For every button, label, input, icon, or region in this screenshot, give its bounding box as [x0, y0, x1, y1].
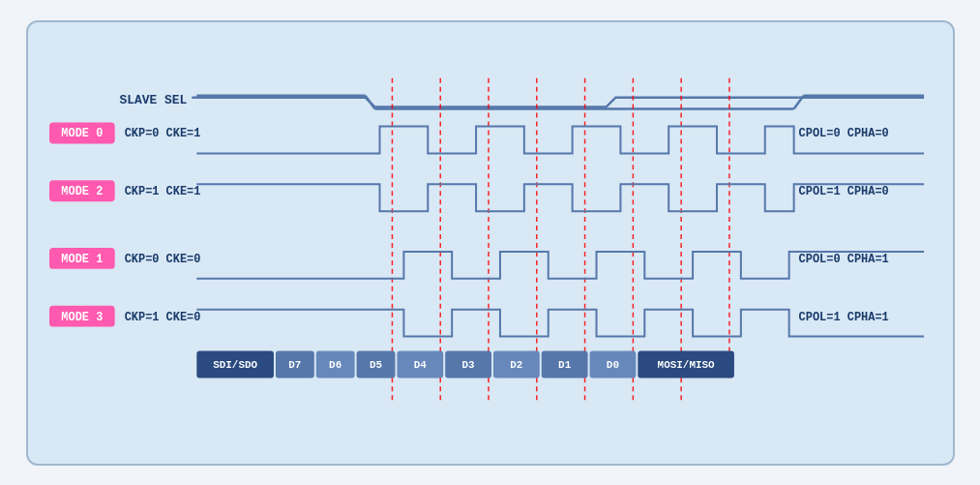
d6-label: D6 — [329, 359, 342, 371]
mode2-cpol: CPOL=1 CPHA=0 — [798, 185, 888, 198]
mode1-label: MODE 1 — [61, 252, 103, 265]
mode0-params: CKP=0 CKE=1 — [124, 127, 200, 140]
mode0-cpol: CPOL=0 CPHA=0 — [798, 127, 888, 140]
mode2-params: CKP=1 CKE=1 — [124, 185, 200, 198]
sdi-sdo-label: SDI/SDO — [213, 359, 257, 371]
diagram-area: .mono { font-family: 'Courier New', Cour… — [47, 40, 934, 440]
slave-sel-label: SLAVE SEL — [119, 92, 187, 106]
d0-label: D0 — [606, 359, 618, 371]
d5-label: D5 — [369, 359, 381, 371]
mode3-params: CKP=1 CKE=0 — [124, 310, 200, 323]
main-container: .mono { font-family: 'Courier New', Cour… — [26, 20, 955, 466]
mosi-miso-label: MOSI/MISO — [657, 359, 715, 371]
d4-label: D4 — [413, 359, 427, 371]
mode3-label: MODE 3 — [61, 310, 103, 323]
mode1-cpol: CPOL=0 CPHA=1 — [798, 252, 888, 265]
svg-line-1 — [365, 95, 374, 108]
mode1-params: CKP=0 CKE=0 — [124, 252, 200, 265]
d2-label: D2 — [510, 359, 522, 371]
mode2-label: MODE 2 — [61, 185, 103, 198]
d1-label: D1 — [558, 359, 572, 371]
d3-label: D3 — [461, 359, 475, 371]
d7-label: D7 — [288, 359, 301, 371]
mode0-label: MODE 0 — [61, 127, 103, 140]
mode3-cpol: CPOL=1 CPHA=1 — [798, 310, 888, 323]
